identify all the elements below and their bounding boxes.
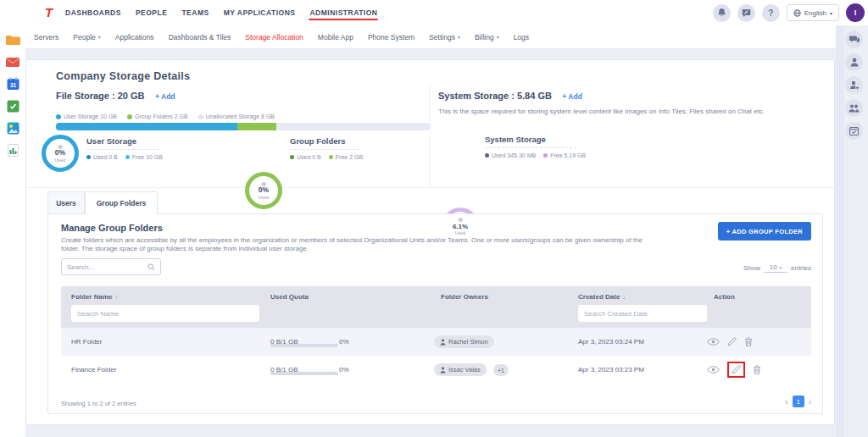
prev-page-icon[interactable]: ‹ [785,397,787,407]
profile-panel-icon[interactable] [845,53,863,71]
section-divider [26,187,834,188]
entries-select[interactable]: 10 ▾ [764,263,787,273]
scrollbar[interactable] [836,25,844,437]
subnav-applications[interactable]: Applications [115,33,154,41]
user-storage-donut: ▦ 0% Used [42,135,79,172]
top-nav-administration[interactable]: ADMINISTRATION [308,0,379,25]
subnav-logs[interactable]: Logs [514,33,529,41]
group-folders-widget: Group Folders Used 0 B Free 2 GB [290,136,363,160]
filter-created-input[interactable] [578,305,707,322]
filter-name-input[interactable] [71,305,259,322]
pagination: ‹ 1 › [785,396,811,407]
folder-name: Finance Folder [71,366,116,373]
search-input[interactable] [67,263,147,271]
file-bar-free [276,123,430,130]
delete-icon[interactable] [744,337,753,346]
person-icon [440,339,446,346]
subnav-settings[interactable]: Settings▾ [429,33,460,41]
system-storage-heading-row: System Storage : 5.84 GB + Add [438,87,582,102]
search-icon [147,263,155,271]
annotation-highlight [727,362,745,378]
edit-icon[interactable] [727,337,737,346]
table-row: HR Folder 0 B/1 GB 0% Rachel Simon Apr 3… [61,328,811,356]
legend-user-storage: User Storage 10 GB [56,113,117,119]
top-nav-teams[interactable]: TEAMS [180,0,210,25]
gallery-app-icon[interactable] [5,121,20,135]
user-avatar[interactable]: I [846,3,865,22]
subnav-phone-system[interactable]: Phone System [368,33,415,41]
file-bar-group [237,123,276,130]
left-app-rail: 31 [0,25,25,437]
admin-subnav: Servers People▾ Applications Dashboards … [25,25,836,49]
chevron-down-icon: ▾ [830,10,832,16]
sheets-app-icon[interactable] [5,143,20,157]
column-folder-owners[interactable]: Folder Owners [441,293,488,301]
legend-unallocated: Unallocated Storage 8 GB [198,113,275,119]
language-selector[interactable]: English ▾ [787,4,839,21]
user-used-legend: Used 0 B [86,154,118,160]
chevron-down-icon: ▾ [780,265,782,270]
tab-users[interactable]: Users [47,191,85,213]
column-action: Action [714,293,735,301]
subnav-mobile-app[interactable]: Mobile App [318,33,353,41]
column-created-date[interactable]: Created Date↓ [578,293,626,301]
subnav-billing[interactable]: Billing▾ [475,33,499,41]
chevron-down-icon: ▾ [98,34,101,40]
notifications-bell-icon[interactable] [713,4,731,22]
language-label: English [804,9,826,17]
system-storage-heading: System Storage : 5.84 GB [438,91,552,101]
add-user-panel-icon[interactable] [845,76,863,94]
feedback-icon[interactable] [737,4,755,22]
groups-panel-icon[interactable] [845,99,863,117]
top-header: T DASHBOARDS PEOPLE TEAMS MY APPLICATION… [0,0,868,25]
tasks-app-icon[interactable] [5,99,20,113]
folder-name: HR Folder [71,338,102,346]
table-header: Folder Name↑ Used Quota Folder Owners Cr… [61,286,811,328]
globe-icon [793,9,801,17]
system-storage-add-link[interactable]: + Add [562,92,582,101]
files-app-icon[interactable] [5,33,20,47]
group-folders-donut: ▦ 0% Used [245,172,282,209]
owner-chip[interactable]: Rachel Simon [434,335,494,348]
quota-bar [270,372,338,375]
edit-icon[interactable] [732,365,741,374]
tab-group-folders[interactable]: Group Folders [85,191,158,214]
page-number[interactable]: 1 [793,396,804,407]
events-panel-icon[interactable] [845,122,863,140]
used-percent: 0% [339,366,349,373]
subnav-dashboards-tiles[interactable]: Dashboards & Tiles [169,33,231,41]
dashed-divider [290,149,359,150]
view-icon[interactable] [707,366,720,373]
column-folder-name[interactable]: Folder Name↑ [71,293,118,301]
chevron-down-icon: ▾ [497,34,499,40]
system-storage-description: This is the space required for storing s… [438,108,820,115]
subnav-servers[interactable]: Servers [34,33,58,41]
owner-chip[interactable]: Issac Valas [434,363,487,376]
system-storage-widget: System Storage Used 345.30 MB Free 5.19 … [485,135,586,158]
add-group-folder-button[interactable]: + ADD GROUP FOLDER [718,222,811,241]
help-icon[interactable]: ? [762,4,780,22]
subnav-people[interactable]: People▾ [73,33,100,41]
subnav-storage-allocation[interactable]: Storage Allocation [245,33,303,41]
mail-app-icon[interactable] [5,55,20,69]
view-icon[interactable] [707,338,720,346]
file-storage-legend: User Storage 10 GB Group Folders 2 GB Un… [56,113,275,119]
file-storage-heading: File Storage : 20 GB [56,91,145,101]
legend-dot-green [127,114,132,119]
top-nav-my-applications[interactable]: MY APPLICATIONS [222,0,298,25]
panel-title: Manage Group Folders [61,223,163,233]
legend-dot-grey [198,114,203,119]
right-utility-rail [845,30,863,140]
delete-icon[interactable] [753,365,761,374]
legend-group-folders: Group Folders 2 GB [127,113,188,119]
top-nav-dashboards[interactable]: DASHBOARDS [64,0,123,25]
brand-logo[interactable]: T [45,5,53,19]
person-icon [440,367,446,373]
next-page-icon[interactable]: › [809,397,811,407]
file-storage-add-link[interactable]: + Add [155,92,175,101]
top-nav-people[interactable]: PEOPLE [134,0,169,25]
chat-panel-icon[interactable] [845,30,863,48]
column-used-quota[interactable]: Used Quota [270,293,309,301]
extra-owner-chip[interactable]: +1 [493,364,509,376]
calendar-app-icon[interactable]: 31 [5,77,20,91]
